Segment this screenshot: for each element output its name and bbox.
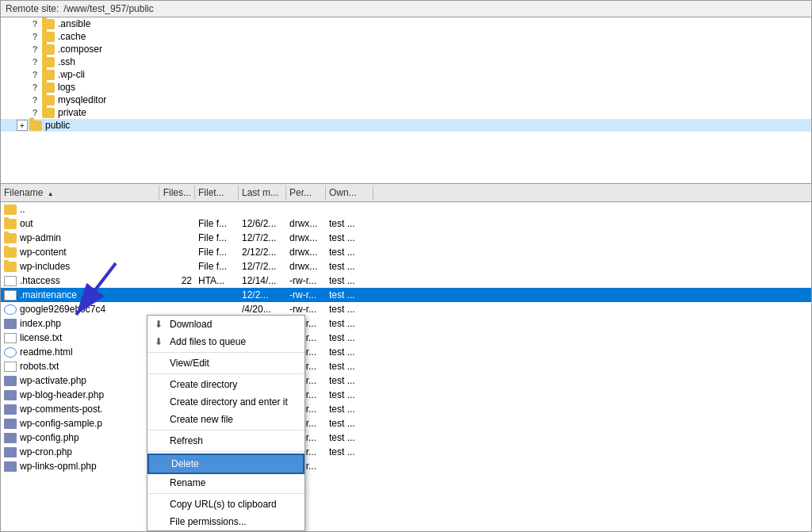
- question-icon: ?: [29, 31, 40, 42]
- menu-item-label: Create new file: [170, 414, 233, 425]
- file-name-cell: out: [1, 217, 159, 230]
- php-file-icon: [4, 433, 17, 443]
- tree-item-label: .ssh: [58, 56, 75, 67]
- question-icon: ?: [29, 56, 40, 67]
- table-row[interactable]: readme.html10/2...-rw-r...test ...: [1, 345, 811, 359]
- google-file-icon: [4, 347, 17, 358]
- file-icon: [4, 290, 17, 300]
- menu-item-label: Refresh: [170, 435, 203, 446]
- folder-icon: [4, 262, 17, 272]
- table-row[interactable]: google9269eb6c7c4/4/20...-rw-r...test ..…: [1, 302, 811, 316]
- table-row[interactable]: .maintenance12/2...-rw-r...test ...: [1, 288, 811, 302]
- table-row[interactable]: wp-cron.php25/2...-rw-r...test ...: [1, 445, 811, 459]
- expand-icon[interactable]: +: [17, 120, 28, 131]
- file-name-cell: wp-cron.php: [1, 446, 159, 458]
- file-name-cell: wp-includes: [1, 260, 159, 273]
- menu-item-refresh[interactable]: Refresh: [147, 432, 304, 450]
- owner-cell: test ...: [326, 346, 373, 358]
- file-name-label: index.php: [20, 318, 61, 329]
- menu-item-label: Copy URL(s) to clipboard: [170, 499, 277, 510]
- tree-item-mysqleditor[interactable]: ?mysqleditor: [1, 94, 811, 106]
- menu-item-file-permissions[interactable]: File permissions...: [147, 513, 304, 530]
- owner-cell: test ...: [326, 403, 373, 415]
- owner-cell: test ...: [326, 446, 373, 458]
- col-header-filename[interactable]: Filename ▲: [1, 186, 159, 200]
- table-row[interactable]: wp-includesFile f...12/7/2...drwx...test…: [1, 259, 811, 274]
- tree-item-logs[interactable]: ?logs: [1, 81, 811, 94]
- table-row[interactable]: index.php/9/2...-rw-r...test ...: [1, 316, 811, 331]
- menu-item-delete[interactable]: Delete: [147, 454, 304, 474]
- menu-item-download[interactable]: ⬇Download: [147, 316, 304, 333]
- menu-item-create-directory[interactable]: Create directory: [147, 376, 304, 393]
- tree-item-.ssh[interactable]: ?.ssh: [1, 55, 811, 68]
- file-name-cell: wp-activate.php: [1, 374, 159, 387]
- perms-cell: -rw-r...: [286, 303, 326, 316]
- context-menu: ⬇Download⬇Add files to queueView/EditCre…: [147, 315, 305, 531]
- table-row[interactable]: outFile f...12/6/2...drwx...test ...: [1, 216, 811, 231]
- menu-separator: [147, 451, 304, 452]
- owner-cell: test ...: [326, 388, 373, 401]
- folder-icon: [42, 57, 55, 67]
- queue-icon: ⬇: [152, 335, 165, 348]
- question-icon: ?: [29, 107, 40, 118]
- perms-cell: [286, 209, 326, 210]
- owner-cell: test ...: [326, 317, 373, 330]
- lastmod-cell: 2/12/2...: [239, 246, 286, 258]
- menu-item-create-new-file[interactable]: Create new file: [147, 411, 304, 428]
- tree-item-.wp-cli[interactable]: ?.wp-cli: [1, 68, 811, 81]
- perms-cell: drwx...: [286, 232, 326, 244]
- owner-cell: test ...: [326, 374, 373, 387]
- menu-item-add-to-queue[interactable]: ⬇Add files to queue: [147, 333, 304, 350]
- col-header-filesize[interactable]: Files...: [159, 186, 195, 200]
- menu-item-view-edit[interactable]: View/Edit: [147, 354, 304, 372]
- col-header-lastmod[interactable]: Last m...: [239, 186, 286, 200]
- filesize-cell: 22: [159, 274, 195, 287]
- php-file-icon: [4, 419, 17, 429]
- filesize-cell: [159, 308, 195, 310]
- table-row[interactable]: wp-contentFile f...2/12/2...drwx...test …: [1, 245, 811, 259]
- lastmod-cell: /4/20...: [239, 303, 286, 316]
- file-name-cell: readme.html: [1, 346, 159, 358]
- filetype-cell: [195, 308, 239, 310]
- menu-item-copy-url[interactable]: Copy URL(s) to clipboard: [147, 496, 304, 513]
- file-name-cell: .maintenance: [1, 289, 159, 301]
- table-row[interactable]: wp-comments-post.24/2...-rw-r...test ...: [1, 402, 811, 416]
- tree-item-private[interactable]: ?private: [1, 106, 811, 119]
- table-row[interactable]: wp-activate.php/13/...-rw-r...test ...: [1, 373, 811, 388]
- filetype-cell: File f...: [195, 217, 239, 230]
- remote-site-label: Remote site:: [6, 3, 59, 14]
- table-row[interactable]: wp-links-opml.php2,422PHP...11/9/2...-rw…: [1, 459, 811, 473]
- tree-item-.ansible[interactable]: ?.ansible: [1, 17, 811, 30]
- table-row[interactable]: wp-config-sample.p/9/2...-rw-r...test ..…: [1, 416, 811, 431]
- owner-cell: test ...: [326, 246, 373, 258]
- table-row[interactable]: ..: [1, 202, 811, 216]
- menu-item-rename[interactable]: Rename: [147, 474, 304, 492]
- menu-item-label: Add files to queue: [170, 336, 246, 347]
- table-row[interactable]: robots.txt23/2...-rw-r...test ...: [1, 359, 811, 373]
- owner-cell: test ...: [326, 431, 373, 444]
- table-row[interactable]: .htaccess22HTA...12/14/...-rw-r...test .…: [1, 274, 811, 288]
- file-list-panel: Filename ▲ Files... Filet... Last m... P…: [0, 184, 812, 532]
- filetype-cell: [195, 209, 239, 210]
- col-header-perms[interactable]: Per...: [286, 186, 326, 200]
- file-name-cell: wp-config.php: [1, 431, 159, 444]
- tree-item-.composer[interactable]: ?.composer: [1, 43, 811, 55]
- file-name-cell: robots.txt: [1, 360, 159, 373]
- table-row[interactable]: license.txt10/2...-rw-r...test ...: [1, 331, 811, 345]
- php-file-icon: [4, 376, 17, 386]
- table-row[interactable]: wp-adminFile f...12/7/2...drwx...test ..…: [1, 231, 811, 245]
- file-name-cell: wp-blog-header.php: [1, 388, 159, 401]
- menu-item-create-dir-enter[interactable]: Create directory and enter it: [147, 393, 304, 411]
- tree-item-public[interactable]: +public: [1, 119, 811, 132]
- col-header-filetype[interactable]: Filet...: [195, 186, 239, 200]
- table-row[interactable]: wp-config.php/9/2...-rw-r...test ...: [1, 431, 811, 445]
- owner-cell: test ...: [326, 260, 373, 273]
- question-icon: ?: [29, 44, 40, 55]
- col-header-owner[interactable]: Own...: [326, 186, 373, 200]
- folder-icon: [4, 247, 17, 258]
- php-file-icon: [4, 447, 17, 457]
- tree-item-label: .wp-cli: [58, 69, 85, 80]
- tree-item-.cache[interactable]: ?.cache: [1, 30, 811, 43]
- table-row[interactable]: wp-blog-header.php/9/2...-rw-r...test ..…: [1, 388, 811, 402]
- file-name-cell: wp-config-sample.p: [1, 417, 159, 430]
